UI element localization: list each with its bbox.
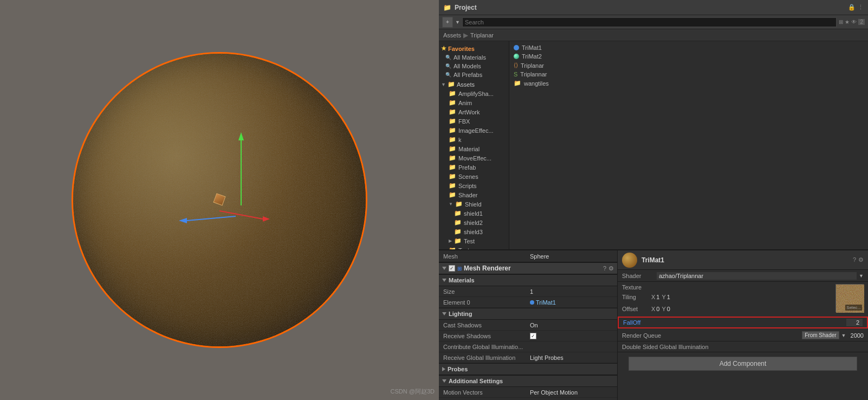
offset-row: Offset X 0 Y 0 [622,304,864,314]
component-enabled-checkbox[interactable]: ✓ [449,265,455,272]
receive-shadows-checkbox[interactable]: ✓ [530,333,536,339]
texture-label: Texture [622,284,864,291]
shader-value[interactable]: azhao/Triplannar [657,272,857,280]
tree-item-imageeffec[interactable]: 📁ImageEffec... [439,126,509,135]
tree-item-test[interactable]: ▶📁Test [439,236,509,246]
lock-icon[interactable]: 🔒 [848,4,856,11]
file-triplannar-script[interactable]: S Triplannar [509,70,868,79]
select-label[interactable]: Selec... [845,305,862,311]
tiling-y[interactable]: 1 [667,294,670,300]
tiling-row: Tiling X 1 Y 1 [622,292,864,302]
falloff-label[interactable]: FallOff [623,319,846,326]
tree-item-shield2[interactable]: 📁shield2 [439,218,509,227]
materials-size-row: Size 1 [439,286,617,297]
add-button[interactable]: + [442,17,453,28]
tree-item-shield3[interactable]: 📁shield3 [439,227,509,236]
render-queue-row: Render Queue From Shader ▼ 2000 [618,330,868,341]
mesh-value: Sphere [530,253,613,260]
tree-item-fbx[interactable]: 📁FBX [439,117,509,126]
tree-item-artwork[interactable]: 📁TriMat1ArtWork [439,107,509,117]
lighting-section-header[interactable]: Lighting [439,308,617,320]
additional-settings-header[interactable]: Additional Settings [439,375,617,387]
mesh-renderer-header: ✓ ⊞ Mesh Renderer ? ⚙ [439,262,617,274]
tree-item-material[interactable]: 📁Material [439,144,509,153]
settings-icon[interactable]: ⚙ [608,265,614,272]
probes-arrow[interactable] [442,367,445,371]
file-wangtiles[interactable]: 📁 wangtiles [509,79,868,88]
favorites-header[interactable]: ★ Favorites [439,43,509,53]
tree-item-amplifyshe[interactable]: 📁AmplifySha... [439,89,509,98]
tree-item-prefab[interactable]: 📁Prefab [439,163,509,172]
tree-item-shield1[interactable]: 📁shield1 [439,209,509,218]
texture-section: Texture Selec... [618,282,868,315]
file-triplanar-shader[interactable]: ⟨⟩ Triplanar [509,61,868,70]
add-component-button[interactable]: Add Component [629,357,857,371]
tree-item-scripts[interactable]: 📁Scripts [439,181,509,190]
shader-dropdown-arrow[interactable]: ▼ [859,273,864,279]
rq-dropdown-arrow[interactable]: ▼ [841,333,846,338]
mat-help-icon[interactable]: ? [853,256,856,263]
lighting-arrow[interactable] [442,312,446,315]
tree-item-shader[interactable]: 📁Shader [439,190,509,199]
motion-vectors-row: Motion Vectors Per Object Motion [439,387,617,398]
tree-item-texture[interactable]: 📁Texture [439,246,509,249]
shader-label: Shader [622,273,655,279]
collapse-arrow[interactable] [442,267,446,270]
breadcrumb-triplanar[interactable]: Triplanar [470,32,494,38]
tree-item-anim[interactable]: 📁Anim [439,98,509,107]
dropdown-arrow[interactable]: ▼ [455,20,460,25]
dsgi-row: Double Sided Global Illumination [618,341,868,352]
eye-icon[interactable]: 👁 [851,19,857,25]
mesh-renderer-inspector: Mesh Sphere ✓ ⊞ Mesh Renderer ? ⚙ Materi… [439,250,618,400]
materials-arrow[interactable] [442,279,446,282]
trimat1-link[interactable]: TriMat1 [530,299,613,306]
help-icon[interactable]: ? [603,265,606,272]
breadcrumb-assets[interactable]: Assets [443,32,461,38]
material-inspector: TriMat1 ? ⚙ Shader azhao/Triplannar ▼ Te… [618,250,868,400]
tree-item-shield[interactable]: ▼📁Shield [439,199,509,209]
falloff-value[interactable]: 2 [846,319,863,326]
render-queue-value[interactable]: 2000 [851,332,864,339]
texture-thumbnail[interactable]: Selec... [835,284,864,312]
sidebar-item-all-models[interactable]: 🔍 All Models [439,62,509,70]
tree-item-moveeffec[interactable]: 📁MoveEffec... [439,153,509,163]
offset-y[interactable]: 0 [667,306,670,312]
star-filter-icon[interactable]: ★ [845,19,850,25]
watermark: CSDN @阿赵3D [391,388,435,396]
offset-x[interactable]: 0 [656,306,659,312]
material-header: TriMat1 ? ⚙ [618,250,868,270]
tiling-x[interactable]: 1 [656,294,659,300]
inspector-panel: Mesh Sphere ✓ ⊞ Mesh Renderer ? ⚙ Materi… [439,249,868,400]
project-panel-title: Project [455,4,845,11]
sidebar-item-all-prefabs[interactable]: 🔍 All Prefabs [439,70,509,79]
mat-settings-icon[interactable]: ⚙ [858,256,864,263]
tree-item-scenes[interactable]: 📁Scenes [439,172,509,181]
render-queue-label: Render Queue [622,332,800,339]
svg-marker-4 [263,216,270,222]
badge-icon: 2 [858,19,865,25]
additional-settings-arrow[interactable] [442,379,446,383]
project-main: TriMat1 TriMat2 ⟨⟩ Triplanar S Triplanna… [509,41,868,249]
contribute-gi-row: Contribute Global Illuminatio... [439,341,617,352]
comp-title: Mesh Renderer [464,264,601,272]
file-trimat1[interactable]: TriMat1 [509,43,868,52]
search-input[interactable] [462,17,837,27]
project-panel: 📁 Project 🔒 ⋮ + ▼ ⊞ ★ 👁 2 Assets ▶ Tripl… [439,0,868,249]
scene-view: CSDN @阿赵3D [0,0,439,400]
probes-section-header[interactable]: Probes [439,363,617,375]
receive-gi-row: Receive Global Illumination Light Probes [439,352,617,363]
dsgi-label: Double Sided Global Illumination [622,344,709,350]
shader-row: Shader azhao/Triplannar ▼ [618,270,868,282]
more-icon[interactable]: ⋮ [858,4,864,11]
sidebar-item-all-materials[interactable]: 🔍 All Materials [439,53,509,62]
receive-shadows-row: Receive Shadows ✓ [439,331,617,341]
mesh-label: Mesh [443,253,530,260]
svg-marker-2 [238,132,244,140]
assets-tree-root[interactable]: ▼ 📁 Assets [439,79,509,89]
tree-item-k[interactable]: 📁k [439,135,509,144]
render-queue-dropdown[interactable]: From Shader [802,331,839,339]
materials-section-header[interactable]: Materials [439,274,617,286]
file-trimat2[interactable]: TriMat2 [509,52,868,61]
grid-view-icon[interactable]: ⊞ [839,19,843,25]
materials-element0-row: Element 0 TriMat1 [439,297,617,308]
